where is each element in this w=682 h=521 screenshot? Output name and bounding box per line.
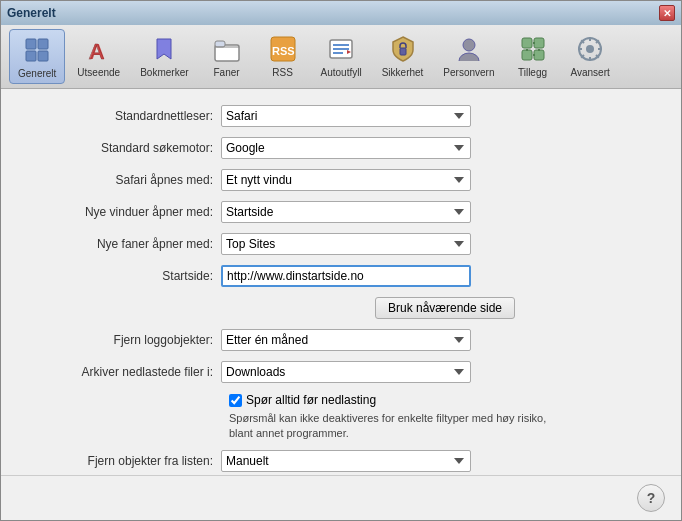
svg-rect-1	[38, 39, 48, 49]
nye-vinduer-control: Startside Tomt vindu Siste økt	[221, 201, 471, 223]
footer: ?	[1, 475, 681, 520]
bokmerker-icon	[148, 33, 180, 65]
safari-apnes-select[interactable]: Et nytt vindu Siste økt Nytt privat vind…	[221, 169, 471, 191]
standard-sokemotor-control: Google Bing Yahoo	[221, 137, 471, 159]
toolbar: Generelt A A Utseende Bokmerker	[1, 25, 681, 89]
main-window: Generelt ✕ Generelt A A	[0, 0, 682, 521]
spor-alltid-label: Spør alltid før nedlasting	[246, 393, 376, 407]
svg-rect-19	[522, 50, 532, 60]
personvern-icon	[453, 33, 485, 65]
nye-vinduer-row: Nye vinduer åpner med: Startside Tomt vi…	[21, 201, 661, 223]
fjern-objekter-label: Fjern objekter fra listen:	[21, 454, 221, 468]
fjern-loggobjekter-row: Fjern loggobjekter: Etter én dag Etter é…	[21, 329, 661, 351]
fjern-objekter-control: Manuelt Etter nedlasting Etter én dag	[221, 450, 471, 472]
fjern-loggobjekter-label: Fjern loggobjekter:	[21, 333, 221, 347]
bruk-navaerende-row: Bruk nåværende side	[229, 297, 661, 319]
svg-point-16	[463, 39, 475, 51]
toolbar-item-personvern[interactable]: Personvern	[435, 29, 502, 84]
toolbar-item-avansert[interactable]: Avansert	[563, 29, 618, 84]
toolbar-label-rss: RSS	[272, 67, 293, 78]
safari-apnes-control: Et nytt vindu Siste økt Nytt privat vind…	[221, 169, 471, 191]
arkiver-control: Downloads Skrivebord Velg mappe...	[221, 361, 471, 383]
toolbar-label-faner: Faner	[213, 67, 239, 78]
standardnettleser-row: Standardnettleser: Safari Firefox Chrome	[21, 105, 661, 127]
toolbar-item-faner[interactable]: Faner	[201, 29, 253, 84]
svg-rect-7	[215, 41, 225, 47]
toolbar-label-tillegg: Tillegg	[518, 67, 547, 78]
checkbox-spor-row: Spør alltid før nedlasting	[229, 393, 661, 407]
sikkerhet-icon	[387, 33, 419, 65]
svg-rect-17	[522, 38, 532, 48]
svg-rect-18	[534, 38, 544, 48]
bruk-navaerende-button[interactable]: Bruk nåværende side	[375, 297, 515, 319]
svg-rect-15	[400, 48, 406, 55]
standardnettleser-control: Safari Firefox Chrome	[221, 105, 471, 127]
startside-row: Startside:	[21, 265, 661, 287]
safari-apnes-label: Safari åpnes med:	[21, 173, 221, 187]
utseende-icon: A A	[83, 33, 115, 65]
help-button[interactable]: ?	[637, 484, 665, 512]
arkiver-label: Arkiver nedlastede filer i:	[21, 365, 221, 379]
nye-faner-label: Nye faner åpner med:	[21, 237, 221, 251]
fjern-objekter-select[interactable]: Manuelt Etter nedlasting Etter én dag	[221, 450, 471, 472]
svg-text:A: A	[89, 39, 104, 63]
content-area: Standardnettleser: Safari Firefox Chrome…	[1, 89, 681, 475]
rss-icon: RSS	[267, 33, 299, 65]
svg-point-26	[586, 45, 594, 53]
toolbar-label-sikkerhet: Sikkerhet	[382, 67, 424, 78]
svg-rect-2	[26, 51, 36, 61]
toolbar-label-avansert: Avansert	[571, 67, 610, 78]
toolbar-item-tillegg[interactable]: Tillegg	[507, 29, 559, 84]
nye-faner-control: Top Sites Tomt vindu Startside	[221, 233, 471, 255]
toolbar-item-rss[interactable]: RSS RSS	[257, 29, 309, 84]
svg-rect-0	[26, 39, 36, 49]
window-title: Generelt	[7, 6, 56, 20]
fjern-objekter-row: Fjern objekter fra listen: Manuelt Etter…	[21, 450, 661, 472]
toolbar-item-autoutfyll[interactable]: Autoutfyll	[313, 29, 370, 84]
nye-faner-select[interactable]: Top Sites Tomt vindu Startside	[221, 233, 471, 255]
standardnettleser-label: Standardnettleser:	[21, 109, 221, 123]
toolbar-label-utseende: Utseende	[77, 67, 120, 78]
faner-icon	[211, 33, 243, 65]
startside-input[interactable]	[221, 265, 471, 287]
svg-text:RSS: RSS	[272, 45, 295, 57]
toolbar-label-bokmerker: Bokmerker	[140, 67, 188, 78]
toolbar-item-utseende[interactable]: A A Utseende	[69, 29, 128, 84]
tillegg-icon	[517, 33, 549, 65]
toolbar-label-personvern: Personvern	[443, 67, 494, 78]
info-text: Spørsmål kan ikke deaktiveres for enkelt…	[229, 411, 549, 442]
nye-faner-row: Nye faner åpner med: Top Sites Tomt vind…	[21, 233, 661, 255]
spor-alltid-checkbox[interactable]	[229, 394, 242, 407]
toolbar-item-bokmerker[interactable]: Bokmerker	[132, 29, 196, 84]
standard-sokemotor-select[interactable]: Google Bing Yahoo	[221, 137, 471, 159]
title-bar: Generelt ✕	[1, 1, 681, 25]
nye-vinduer-select[interactable]: Startside Tomt vindu Siste økt	[221, 201, 471, 223]
startside-label: Startside:	[21, 269, 221, 283]
arkiver-row: Arkiver nedlastede filer i: Downloads Sk…	[21, 361, 661, 383]
svg-rect-20	[534, 50, 544, 60]
toolbar-item-sikkerhet[interactable]: Sikkerhet	[374, 29, 432, 84]
svg-rect-3	[38, 51, 48, 61]
toolbar-item-generelt[interactable]: Generelt	[9, 29, 65, 84]
avansert-icon	[574, 33, 606, 65]
toolbar-label-autoutfyll: Autoutfyll	[321, 67, 362, 78]
standard-sokemotor-label: Standard søkemotor:	[21, 141, 221, 155]
toolbar-label-generelt: Generelt	[18, 68, 56, 79]
standard-sokemotor-row: Standard søkemotor: Google Bing Yahoo	[21, 137, 661, 159]
autoutfyll-icon	[325, 33, 357, 65]
fjern-loggobjekter-control: Etter én dag Etter én uke Etter én måned…	[221, 329, 471, 351]
close-button[interactable]: ✕	[659, 5, 675, 21]
fjern-loggobjekter-select[interactable]: Etter én dag Etter én uke Etter én måned…	[221, 329, 471, 351]
standardnettleser-select[interactable]: Safari Firefox Chrome	[221, 105, 471, 127]
startside-control	[221, 265, 471, 287]
arkiver-select[interactable]: Downloads Skrivebord Velg mappe...	[221, 361, 471, 383]
generelt-icon	[21, 34, 53, 66]
nye-vinduer-label: Nye vinduer åpner med:	[21, 205, 221, 219]
safari-apnes-row: Safari åpnes med: Et nytt vindu Siste øk…	[21, 169, 661, 191]
